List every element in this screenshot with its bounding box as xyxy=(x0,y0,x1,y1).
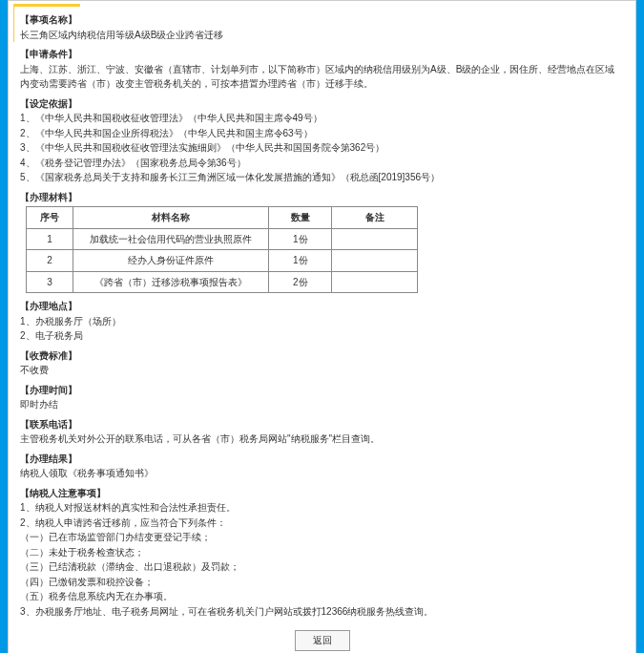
notes-label: 【纳税人注意事项】 xyxy=(20,486,624,501)
basis-item-2: 2、《中华人民共和国企业所得税法》（中华人民共和国主席令63号） xyxy=(20,126,624,141)
location-section: 【办理地点】 1、办税服务厅（场所） 2、电子税务局 xyxy=(20,299,624,344)
basis-section: 【设定依据】 1、《中华人民共和国税收征收管理法》（中华人民共和国主席令49号）… xyxy=(20,96,624,185)
document-panel: 【事项名称】 长三角区域内纳税信用等级A级B级企业跨省迁移 【申请条件】 上海、… xyxy=(8,0,636,653)
phone-section: 【联系电话】 主管税务机关对外公开的联系电话，可从各省（市）税务局网站"纳税服务… xyxy=(20,417,624,447)
document-content: 【事项名称】 长三角区域内纳税信用等级A级B级企业跨省迁移 【申请条件】 上海、… xyxy=(14,7,630,653)
cell-qty: 2份 xyxy=(269,271,332,293)
basis-item-4: 4、《税务登记管理办法》（国家税务总局令第36号） xyxy=(20,156,624,171)
basis-item-5: 5、《国家税务总局关于支持和服务长江三角洲区域一体化发展措施的通知》（税总函[2… xyxy=(20,170,624,185)
table-row: 3 《跨省（市）迁移涉税事项报告表》 2份 xyxy=(27,271,418,293)
time-label: 【办理时间】 xyxy=(20,383,624,398)
notes-line: （二）未处于税务检查状态； xyxy=(20,545,624,560)
th-note: 备注 xyxy=(332,207,418,229)
cell-note xyxy=(332,271,418,293)
fee-label: 【收费标准】 xyxy=(20,348,624,364)
notes-line: （一）已在市场监管部门办结变更登记手续； xyxy=(20,530,624,545)
item-name-section: 【事项名称】 长三角区域内纳税信用等级A级B级企业跨省迁移 xyxy=(20,12,624,42)
item-name-label: 【事项名称】 xyxy=(20,12,624,28)
cell-note xyxy=(332,250,418,272)
fee-section: 【收费标准】 不收费 xyxy=(20,348,624,378)
notes-line: （五）税务信息系统内无在办事项。 xyxy=(20,589,624,604)
result-text: 纳税人领取《税务事项通知书》 xyxy=(20,466,624,481)
basis-label: 【设定依据】 xyxy=(20,96,624,112)
materials-table: 序号 材料名称 数量 备注 1 加载统一社会信用代码的营业执照原件 1份 2 经… xyxy=(26,206,418,293)
th-name: 材料名称 xyxy=(73,207,269,229)
cell-note xyxy=(332,228,418,250)
location-label: 【办理地点】 xyxy=(20,299,624,314)
notes-line: 2、纳税人申请跨省迁移前，应当符合下列条件： xyxy=(20,516,624,531)
phone-text: 主管税务机关对外公开的联系电话，可从各省（市）税务局网站"纳税服务"栏目查询。 xyxy=(20,432,624,447)
notes-line: 1、纳税人对报送材料的真实性和合法性承担责任。 xyxy=(20,500,624,516)
notes-line: （三）已结清税款（滞纳金、出口退税款）及罚款； xyxy=(20,559,624,575)
conditions-section: 【申请条件】 上海、江苏、浙江、宁波、安徽省（直辖市、计划单列市，以下简称市）区… xyxy=(20,47,624,92)
basis-item-1: 1、《中华人民共和国税收征收管理法》（中华人民共和国主席令49号） xyxy=(20,111,624,126)
cell-name: 加载统一社会信用代码的营业执照原件 xyxy=(73,228,269,250)
materials-section: 【办理材料】 序号 材料名称 数量 备注 1 加载统一社会信用代码的营业执照原件… xyxy=(20,190,624,294)
button-row: 返回 xyxy=(20,630,624,651)
phone-label: 【联系电话】 xyxy=(20,417,624,432)
cell-qty: 1份 xyxy=(269,250,332,272)
location-line-2: 2、电子税务局 xyxy=(20,328,624,344)
cell-qty: 1份 xyxy=(269,228,332,250)
time-section: 【办理时间】 即时办结 xyxy=(20,383,624,412)
result-label: 【办理结果】 xyxy=(20,452,624,467)
notes-line: 3、办税服务厅地址、电子税务局网址，可在省税务机关门户网站或拨打12366纳税服… xyxy=(20,604,624,620)
cell-seq: 1 xyxy=(27,228,73,250)
cell-name: 经办人身份证件原件 xyxy=(73,250,269,272)
back-button[interactable]: 返回 xyxy=(295,630,350,651)
result-section: 【办理结果】 纳税人领取《税务事项通知书》 xyxy=(20,452,624,481)
fee-text: 不收费 xyxy=(20,363,624,378)
materials-label: 【办理材料】 xyxy=(20,190,624,205)
basis-item-3: 3、《中华人民共和国税收征收管理法实施细则》（中华人民共和国国务院令第362号） xyxy=(20,140,624,156)
th-seq: 序号 xyxy=(27,207,73,229)
cell-seq: 2 xyxy=(27,250,73,272)
conditions-text: 上海、江苏、浙江、宁波、安徽省（直辖市、计划单列市，以下简称市）区域内的纳税信用… xyxy=(20,62,624,92)
notes-line: （四）已缴销发票和税控设备； xyxy=(20,575,624,590)
notes-section: 【纳税人注意事项】 1、纳税人对报送材料的真实性和合法性承担责任。 2、纳税人申… xyxy=(20,486,624,620)
table-header-row: 序号 材料名称 数量 备注 xyxy=(27,207,418,229)
cell-seq: 3 xyxy=(27,271,73,293)
table-row: 2 经办人身份证件原件 1份 xyxy=(27,250,418,272)
th-qty: 数量 xyxy=(269,207,332,229)
item-name-text: 长三角区域内纳税信用等级A级B级企业跨省迁移 xyxy=(20,28,624,43)
table-row: 1 加载统一社会信用代码的营业执照原件 1份 xyxy=(27,228,418,250)
cell-name: 《跨省（市）迁移涉税事项报告表》 xyxy=(73,271,269,293)
conditions-label: 【申请条件】 xyxy=(20,47,624,62)
location-line-1: 1、办税服务厅（场所） xyxy=(20,314,624,329)
time-text: 即时办结 xyxy=(20,397,624,412)
